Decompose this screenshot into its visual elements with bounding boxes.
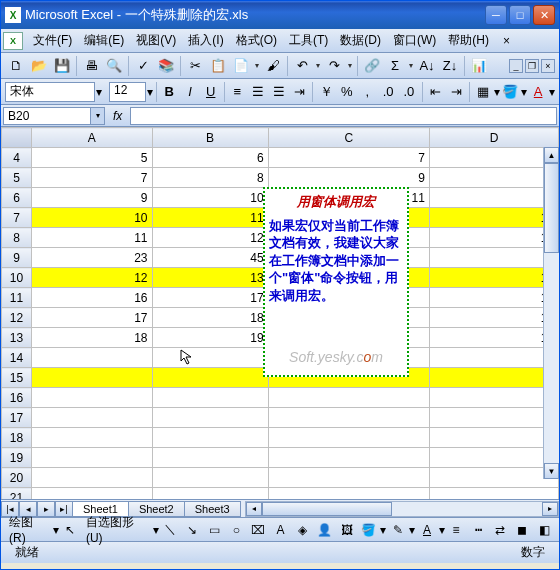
shadow-icon[interactable]: ◼	[512, 519, 533, 541]
cell[interactable]: 17	[152, 288, 268, 308]
hyperlink-icon[interactable]: 🔗	[361, 55, 383, 77]
font-color-button[interactable]: A	[528, 81, 548, 103]
cell[interactable]	[268, 488, 429, 500]
currency-button[interactable]: ￥	[316, 81, 336, 103]
menu-tools[interactable]: 工具(T)	[283, 29, 334, 52]
cell[interactable]: 11	[152, 208, 268, 228]
cell[interactable]	[152, 488, 268, 500]
cell[interactable]	[32, 408, 152, 428]
row-header[interactable]: 4	[2, 148, 32, 168]
increase-indent-button[interactable]: ⇥	[446, 81, 466, 103]
vertical-scrollbar[interactable]: ▲ ▼	[543, 147, 559, 479]
menu-format[interactable]: 格式(O)	[230, 29, 283, 52]
name-box[interactable]: B20	[3, 107, 91, 125]
row-header[interactable]: 8	[2, 228, 32, 248]
cell[interactable]: 5	[32, 148, 152, 168]
print-icon[interactable]: 🖶	[80, 55, 102, 77]
col-header-b[interactable]: B	[152, 128, 268, 148]
font-color-dropdown[interactable]: ▾	[549, 85, 555, 99]
cell[interactable]: 23	[32, 248, 152, 268]
paste-icon[interactable]: 📄	[230, 55, 252, 77]
cell[interactable]	[268, 388, 429, 408]
row-header[interactable]: 5	[2, 168, 32, 188]
autoshapes-dropdown[interactable]: ▾	[153, 523, 159, 537]
cell[interactable]: 12	[429, 268, 558, 288]
cell[interactable]	[268, 428, 429, 448]
cell[interactable]	[429, 448, 558, 468]
font-name-dropdown[interactable]: ▾	[96, 85, 102, 99]
cell[interactable]: 8	[429, 168, 558, 188]
bold-button[interactable]: B	[159, 81, 179, 103]
cell[interactable]: 16	[429, 308, 558, 328]
cell[interactable]: 16	[32, 288, 152, 308]
menu-close-doc[interactable]: ×	[499, 34, 514, 48]
line-icon[interactable]: ＼	[160, 519, 181, 541]
row-header[interactable]: 10	[2, 268, 32, 288]
cell[interactable]: 8	[152, 168, 268, 188]
draw-menu-dropdown[interactable]: ▾	[53, 523, 59, 537]
cell[interactable]: 9	[268, 168, 429, 188]
align-center-button[interactable]: ☰	[248, 81, 268, 103]
close-button[interactable]: ✕	[533, 5, 555, 25]
menu-window[interactable]: 窗口(W)	[387, 29, 442, 52]
cell[interactable]	[152, 388, 268, 408]
scroll-up-button[interactable]: ▲	[544, 147, 559, 163]
row-header[interactable]: 11	[2, 288, 32, 308]
cell[interactable]	[152, 408, 268, 428]
research-icon[interactable]: 📚	[155, 55, 177, 77]
fill-color-draw-icon[interactable]: 🪣	[358, 519, 379, 541]
draw-menu[interactable]: 绘图(R)	[5, 514, 52, 545]
row-header[interactable]: 9	[2, 248, 32, 268]
undo-dropdown[interactable]: ▾	[314, 61, 322, 70]
row-header[interactable]: 12	[2, 308, 32, 328]
cell[interactable]	[32, 468, 152, 488]
undo-icon[interactable]: ↶	[291, 55, 313, 77]
doc-restore-button[interactable]: ❐	[525, 59, 539, 73]
cell[interactable]: 9	[429, 188, 558, 208]
align-left-button[interactable]: ≡	[227, 81, 247, 103]
rectangle-icon[interactable]: ▭	[204, 519, 225, 541]
cell[interactable]	[32, 428, 152, 448]
increase-decimal-button[interactable]: .0	[378, 81, 398, 103]
maximize-button[interactable]: □	[509, 5, 531, 25]
row-header[interactable]: 7	[2, 208, 32, 228]
scroll-down-button[interactable]: ▼	[544, 463, 559, 479]
arrow-icon[interactable]: ↘	[182, 519, 203, 541]
redo-icon[interactable]: ↷	[323, 55, 345, 77]
percent-button[interactable]: %	[337, 81, 357, 103]
save-icon[interactable]: 💾	[51, 55, 73, 77]
format-painter-icon[interactable]: 🖌	[262, 55, 284, 77]
cell[interactable]: 7	[32, 168, 152, 188]
cell[interactable]	[429, 368, 558, 388]
chart-wizard-icon[interactable]: 📊	[468, 55, 490, 77]
italic-button[interactable]: I	[180, 81, 200, 103]
autosum-icon[interactable]: Σ	[384, 55, 406, 77]
cell[interactable]	[152, 428, 268, 448]
cell[interactable]	[32, 488, 152, 500]
autoshapes-menu[interactable]: 自选图形(U)	[82, 514, 152, 545]
borders-dropdown[interactable]: ▾	[494, 85, 500, 99]
decrease-indent-button[interactable]: ⇤	[426, 81, 446, 103]
sort-desc-icon[interactable]: Z↓	[439, 55, 461, 77]
cell[interactable]	[32, 368, 152, 388]
row-header[interactable]: 21	[2, 488, 32, 500]
cell[interactable]: 9	[32, 188, 152, 208]
menu-file[interactable]: 文件(F)	[27, 29, 78, 52]
menu-view[interactable]: 视图(V)	[130, 29, 182, 52]
col-header-d[interactable]: D	[429, 128, 558, 148]
line-color-dropdown[interactable]: ▾	[409, 523, 415, 537]
cell[interactable]: 12	[32, 268, 152, 288]
spelling-icon[interactable]: ✓	[132, 55, 154, 77]
align-right-button[interactable]: ☰	[269, 81, 289, 103]
row-header[interactable]: 20	[2, 468, 32, 488]
hscroll-right-button[interactable]: ▸	[542, 502, 558, 516]
fx-button[interactable]: fx	[113, 109, 122, 123]
name-box-dropdown-icon[interactable]: ▾	[91, 107, 105, 125]
cell[interactable]: 19	[152, 328, 268, 348]
cell[interactable]: 18	[152, 308, 268, 328]
line-color-icon[interactable]: ✎	[387, 519, 408, 541]
cell[interactable]	[152, 468, 268, 488]
comma-button[interactable]: ,	[358, 81, 378, 103]
arrow-style-icon[interactable]: ⇄	[490, 519, 511, 541]
formula-input[interactable]	[130, 107, 557, 125]
